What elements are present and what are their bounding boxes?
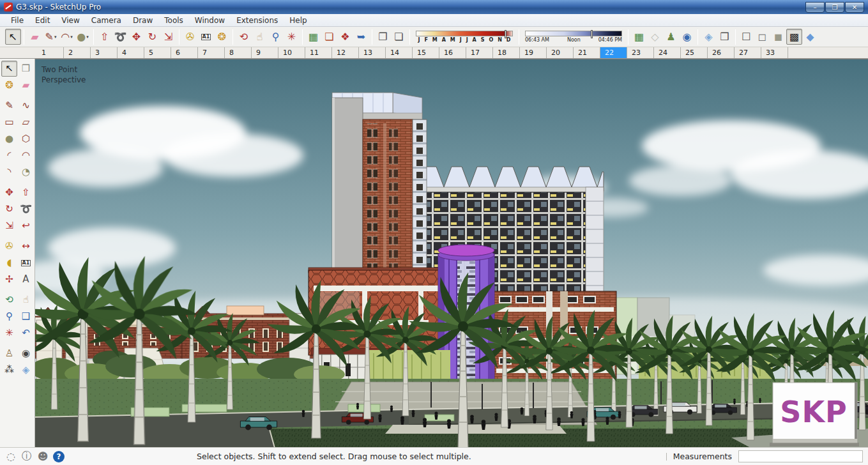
zoom-button[interactable]: ⚲	[1, 309, 17, 324]
minimize-button[interactable]: –	[805, 2, 825, 13]
scene-tab-33[interactable]: 33	[761, 47, 788, 58]
previous-view-button[interactable]: ↶	[18, 325, 34, 341]
zoom-window-button[interactable]: ❑	[18, 309, 34, 324]
brick-tower[interactable]	[332, 93, 427, 275]
scene-tab-26[interactable]: 26	[708, 47, 735, 58]
3d-text-button[interactable]: A	[18, 271, 34, 287]
model-viewport[interactable]: Two Point Perspective	[35, 59, 868, 447]
select-button[interactable]: ↖	[5, 29, 21, 45]
menu-edit[interactable]: Edit	[29, 15, 56, 26]
scene-tab-7[interactable]: 7	[198, 47, 225, 58]
arc-button[interactable]: ◜	[1, 148, 17, 164]
scene-tab-8[interactable]: 8	[225, 47, 252, 58]
position-camera-button[interactable]: ♙	[1, 346, 17, 362]
scene-tab-22[interactable]: 22	[600, 47, 627, 58]
scene-tab-6[interactable]: 6	[171, 47, 198, 58]
push-pull-button[interactable]: ⇧	[18, 185, 34, 201]
scene-tab-21[interactable]: 21	[574, 47, 600, 58]
scene-tab-10[interactable]: 10	[278, 47, 305, 58]
menu-tools[interactable]: Tools	[158, 15, 189, 26]
move-button[interactable]: ✥	[1, 185, 17, 201]
follow-me-button[interactable]: ➰	[18, 201, 34, 217]
scene-tab-23[interactable]: 23	[627, 47, 654, 58]
model-credits-icon[interactable]: ⓘ	[21, 451, 33, 462]
menu-help[interactable]: Help	[284, 15, 312, 26]
preview-in-google-earth-button[interactable]: ➥	[353, 29, 369, 45]
menu-file[interactable]: File	[5, 15, 29, 26]
scene-tab-11[interactable]: 11	[305, 47, 332, 58]
location-map-button[interactable]: ▦	[631, 29, 647, 45]
text-button[interactable]: A1	[18, 255, 34, 271]
shadow-settings-button[interactable]: ❐	[375, 29, 391, 45]
circle-button[interactable]: ●▾	[75, 29, 91, 45]
menu-view[interactable]: View	[56, 15, 85, 26]
section-plane-button[interactable]: ◈	[18, 362, 34, 378]
scene-tab-5[interactable]: 5	[144, 47, 171, 58]
wireframe-button[interactable]: ☐	[738, 29, 754, 45]
freehand-button[interactable]: ∿	[18, 98, 34, 114]
restore-button[interactable]: ❐	[825, 2, 844, 13]
scene-tab-16[interactable]: 16	[439, 47, 466, 58]
shadow-toggle-button[interactable]: ❏	[391, 29, 407, 45]
scene-tab-14[interactable]: 14	[386, 47, 413, 58]
two-point-arc-button[interactable]: ◠	[18, 148, 34, 164]
pie-button[interactable]: ◔	[18, 164, 34, 180]
walk-button[interactable]: ⁂	[1, 362, 17, 378]
scene-tab-2[interactable]: 2	[64, 47, 91, 58]
eraser-button[interactable]: ▰	[27, 29, 43, 45]
viewport-scene[interactable]: SKP	[35, 59, 868, 447]
zoom-extents-button[interactable]: ✳	[284, 29, 300, 45]
rotate-button[interactable]: ↻	[144, 29, 160, 45]
three-point-arc-button[interactable]: ◝	[1, 164, 17, 180]
scene-tab-24[interactable]: 24	[654, 47, 681, 58]
scene-tab-3[interactable]: 3	[91, 47, 118, 58]
tape-measure-button[interactable]: ✇	[182, 29, 198, 45]
rotated-rectangle-button[interactable]: ▱	[18, 114, 34, 130]
help-icon[interactable]: ?	[53, 451, 65, 462]
place-model-button[interactable]: ♟	[663, 29, 679, 45]
scene-tab-18[interactable]: 18	[493, 47, 520, 58]
scene-tab-12[interactable]: 12	[332, 47, 359, 58]
line-button[interactable]: ✎▾	[43, 29, 59, 45]
make-component-button[interactable]: ❒	[18, 61, 34, 77]
select-button[interactable]: ↖	[1, 61, 17, 77]
shaded-with-textures-button[interactable]: ▩	[786, 29, 802, 45]
follow-me-button[interactable]: ➰	[112, 29, 128, 45]
orbit-button[interactable]: ⟲	[1, 292, 17, 308]
protractor-button[interactable]: ◖	[1, 255, 17, 271]
scene-tab-9[interactable]: 9	[252, 47, 278, 58]
shaded-button[interactable]: ◼	[770, 29, 786, 45]
xray-mode-button[interactable]: ◈	[701, 29, 717, 45]
measurements-input[interactable]	[738, 450, 863, 462]
back-edges-button[interactable]: ❒	[717, 29, 733, 45]
scene-tab-4[interactable]: 4	[118, 47, 144, 58]
time-slider-handle[interactable]	[591, 30, 593, 38]
scene-tab-25[interactable]: 25	[681, 47, 708, 58]
dimension-button[interactable]: ↔	[18, 238, 34, 254]
scene-tab-20[interactable]: 20	[547, 47, 574, 58]
scale-button[interactable]: ⇲	[160, 29, 176, 45]
menu-extensions[interactable]: Extensions	[231, 15, 284, 26]
move-button[interactable]: ✥	[128, 29, 144, 45]
dropdown-arrow-icon[interactable]: ▾	[54, 34, 57, 40]
photo-textures-button[interactable]: ❖	[337, 29, 353, 45]
hidden-line-button[interactable]: ◻	[754, 29, 770, 45]
shadow-month-slider[interactable]: JFMAMJJASOND	[416, 31, 513, 43]
text-button[interactable]: A1	[198, 29, 214, 45]
scale-button[interactable]: ⇲	[1, 218, 17, 234]
menu-window[interactable]: Window	[189, 15, 231, 26]
scene-tab-13[interactable]: 13	[359, 47, 386, 58]
monochrome-button[interactable]: ◆	[802, 29, 818, 45]
dropdown-arrow-icon[interactable]: ▾	[70, 34, 73, 40]
rotate-button[interactable]: ↻	[1, 201, 17, 217]
zoom-extents-button[interactable]: ✳	[1, 325, 17, 341]
axes-button[interactable]: ✢	[1, 271, 17, 287]
offset-button[interactable]: ↩	[18, 218, 34, 234]
menu-camera[interactable]: Camera	[86, 15, 127, 26]
push-pull-button[interactable]: ⇧	[96, 29, 112, 45]
terrain-disabled-button[interactable]: ◇	[647, 29, 663, 45]
orbit-button[interactable]: ⟲	[236, 29, 252, 45]
pan-button[interactable]: ☝	[18, 292, 34, 308]
close-button[interactable]: ✕	[845, 2, 864, 13]
shadow-time-slider[interactable]: 06:43 AMNoon04:46 PM	[525, 31, 622, 43]
